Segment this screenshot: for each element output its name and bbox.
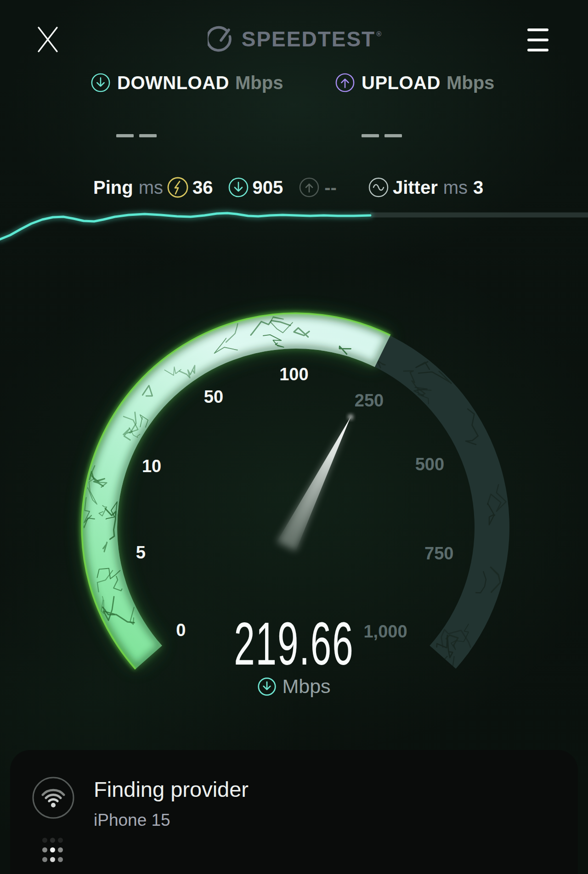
gauge-needle [277, 415, 353, 551]
current-speed-value: 219.66 [0, 614, 588, 674]
upload-label: UPLOAD [362, 73, 441, 93]
ping-label: Ping [93, 177, 133, 198]
gauge-logo-icon [208, 26, 234, 52]
ping-download-value: 905 [253, 177, 283, 198]
wifi-icon [31, 776, 75, 820]
upload-value-placeholder [362, 134, 402, 137]
device-name: iPhone 15 [94, 811, 170, 830]
menu-button[interactable] [527, 28, 549, 52]
jitter-unit: ms [443, 177, 468, 198]
download-label: DOWNLOAD [117, 73, 229, 93]
speed-gauge: 0510501002505007501,000 [0, 0, 588, 874]
jitter-value: 3 [473, 177, 483, 198]
gauge-tick-label: 750 [424, 544, 453, 563]
gauge-tick-label: 5 [136, 543, 146, 562]
ping-upload-value: -- [324, 177, 337, 198]
current-speed-unit-row: Mbps [0, 675, 588, 698]
upload-circle-icon [335, 73, 355, 93]
gauge-tick-label: 10 [142, 457, 161, 476]
download-circle-icon [257, 677, 277, 696]
registered-mark: ® [376, 30, 381, 38]
ping-upload-icon [299, 177, 320, 198]
download-unit: Mbps [235, 73, 283, 93]
jitter-icon [368, 177, 389, 198]
gauge-tick-label: 500 [415, 455, 444, 474]
ping-download-icon [228, 177, 249, 198]
live-speed-graph [0, 197, 588, 248]
jitter-label: Jitter [393, 177, 438, 198]
ping-idle-icon [167, 176, 189, 198]
speedtest-logo: SPEEDTEST® [0, 26, 588, 52]
download-circle-icon [90, 73, 111, 93]
app-title: SPEEDTEST [242, 27, 376, 51]
gauge-tick-label: 50 [204, 387, 223, 406]
upload-unit: Mbps [447, 73, 494, 93]
gauge-tick-label: 100 [279, 365, 308, 384]
connection-card[interactable]: Finding provider iPhone 15 [10, 750, 578, 874]
ping-idle-value: 36 [192, 177, 213, 198]
ping-unit: ms [139, 177, 163, 198]
provider-status: Finding provider [94, 777, 249, 802]
download-value-placeholder [116, 134, 157, 137]
upload-header: UPLOAD Mbps [335, 72, 494, 94]
speed-unit-label: Mbps [282, 675, 330, 698]
latency-row: Ping ms 36 905 -- Jitter ms 3 [93, 176, 483, 198]
gauge-tick-label: 250 [355, 391, 384, 410]
download-header: DOWNLOAD Mbps [90, 72, 283, 94]
loading-dots-indicator [42, 838, 63, 862]
